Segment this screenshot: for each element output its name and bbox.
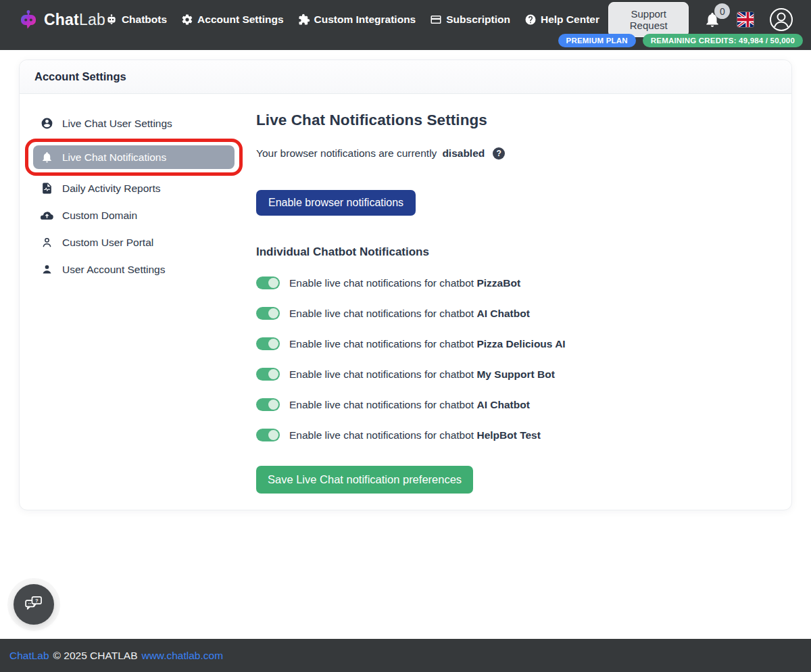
nav-label: Custom Integrations — [314, 14, 416, 26]
toggle-switch-on[interactable] — [256, 307, 280, 320]
toggle-row-pizza-delicious-ai: Enable live chat notifications for chatb… — [256, 337, 791, 350]
nav-label: Account Settings — [197, 14, 283, 26]
language-flag-uk[interactable] — [737, 12, 754, 27]
toggle-label: Enable live chat notifications for chatb… — [289, 429, 541, 441]
person-icon — [41, 263, 53, 276]
account-settings-card: Account Settings Live Chat User Settings… — [19, 59, 792, 510]
toggle-row-helpbot-test: Enable live chat notifications for chatb… — [256, 429, 791, 441]
brand-name: ChatLab — [44, 11, 105, 29]
status-text: Your browser notifications are currently — [256, 147, 437, 160]
question-circle-icon — [524, 14, 537, 26]
notifications-bell[interactable]: 0 — [704, 11, 721, 28]
notifications-settings-panel: Live Chat Notifications Settings Your br… — [243, 112, 791, 494]
remaining-credits-badge: REMAINING CREDITS: 49,984 / 50,000 — [643, 34, 803, 47]
sidebar-item-live-chat-user-settings[interactable]: Live Chat User Settings — [33, 112, 235, 135]
nav-label: Chatbots — [122, 14, 167, 26]
top-navigation-bar: ChatLab Chatbots Account Settings Custom… — [0, 0, 811, 50]
sidebar-item-custom-domain[interactable]: Custom Domain — [33, 203, 235, 227]
nav-custom-integrations[interactable]: Custom Integrations — [298, 14, 416, 26]
chatlab-logo[interactable]: ChatLab — [18, 9, 105, 30]
individual-chatbot-notifications-heading: Individual Chatbot Notifications — [256, 245, 791, 259]
toggle-row-ai-chatbot-1: Enable live chat notifications for chatb… — [256, 307, 791, 320]
nav-help-center[interactable]: Help Center — [524, 14, 599, 26]
toggle-label: Enable live chat notifications for chatb… — [289, 308, 530, 320]
toggle-label: Enable live chat notifications for chatb… — [289, 338, 566, 350]
page-footer: ChatLab © 2025 CHATLAB www.chatlab.com — [0, 639, 811, 672]
robot-icon — [105, 14, 118, 26]
sidebar-item-label: User Account Settings — [62, 264, 166, 276]
page-title: Live Chat Notifications Settings — [256, 112, 791, 129]
toggle-label: Enable live chat notifications for chatb… — [289, 368, 555, 381]
nav-chatbots[interactable]: Chatbots — [105, 14, 167, 26]
footer-site-link[interactable]: www.chatlab.com — [141, 650, 223, 662]
toggle-switch-on[interactable] — [256, 337, 280, 350]
enable-browser-notifications-button[interactable]: Enable browser notifications — [256, 190, 416, 216]
nav-label: Help Center — [541, 14, 599, 26]
support-request-button[interactable]: Support Request — [608, 2, 689, 37]
toggle-switch-on[interactable] — [256, 368, 280, 381]
puzzle-icon — [298, 14, 310, 26]
sidebar-item-daily-activity-reports[interactable]: Daily Activity Reports — [33, 176, 235, 200]
help-chat-widget-button[interactable]: ? — [14, 584, 54, 625]
toggle-row-ai-chatbot-2: Enable live chat notifications for chatb… — [256, 398, 791, 411]
sidebar-item-custom-user-portal[interactable]: Custom User Portal — [33, 231, 235, 254]
footer-copyright: © 2025 CHATLAB — [53, 650, 138, 662]
user-avatar[interactable] — [769, 7, 793, 32]
sidebar-item-label: Daily Activity Reports — [62, 183, 161, 195]
svg-text:?: ? — [35, 598, 39, 604]
gear-icon — [181, 14, 193, 26]
sidebar-item-label: Custom User Portal — [62, 237, 153, 249]
browser-notification-status: Your browser notifications are currently… — [256, 147, 791, 160]
report-icon — [41, 182, 53, 195]
credit-card-icon — [430, 14, 442, 26]
settings-sidebar: Live Chat User Settings Live Chat Notifi… — [33, 112, 243, 494]
sidebar-item-live-chat-notifications[interactable]: Live Chat Notifications — [33, 145, 235, 169]
toggle-label: Enable live chat notifications for chatb… — [289, 277, 520, 289]
card-title: Account Settings — [20, 60, 791, 94]
status-value: disabled — [442, 147, 485, 160]
toggle-switch-on[interactable] — [256, 398, 280, 411]
sidebar-item-user-account-settings[interactable]: User Account Settings — [33, 258, 235, 281]
person-outline-icon — [41, 236, 53, 249]
chatlab-robot-logo-icon — [18, 9, 39, 30]
help-icon[interactable]: ? — [493, 147, 505, 160]
person-circle-icon — [41, 117, 53, 130]
sidebar-item-label: Live Chat User Settings — [62, 118, 172, 130]
main-nav: Chatbots Account Settings Custom Integra… — [105, 14, 599, 26]
toggle-switch-on[interactable] — [256, 429, 280, 441]
red-highlight-annotation: Live Chat Notifications — [25, 139, 243, 176]
toggle-row-my-support-bot: Enable live chat notifications for chatb… — [256, 368, 791, 381]
nav-account-settings[interactable]: Account Settings — [181, 14, 283, 26]
sidebar-item-label: Live Chat Notifications — [62, 151, 166, 164]
toggle-switch-on[interactable] — [256, 277, 280, 289]
toggle-label: Enable live chat notifications for chatb… — [289, 399, 530, 411]
notification-count-badge: 0 — [714, 3, 730, 19]
premium-plan-badge: PREMIUM PLAN — [558, 34, 636, 47]
sidebar-item-label: Custom Domain — [62, 210, 137, 222]
nav-label: Subscription — [446, 14, 510, 26]
footer-brand-link[interactable]: ChatLab — [9, 650, 49, 662]
cloud-upload-icon — [41, 209, 53, 222]
bell-icon — [41, 151, 53, 164]
avatar-icon — [769, 7, 793, 32]
nav-subscription[interactable]: Subscription — [430, 14, 510, 26]
chat-bubbles-icon: ? — [22, 593, 45, 616]
toggle-row-pizzabot: Enable live chat notifications for chatb… — [256, 277, 791, 289]
save-preferences-button[interactable]: Save Live Chat notification preferences — [256, 466, 473, 494]
account-badges: PREMIUM PLAN REMAINING CREDITS: 49,984 /… — [558, 34, 803, 47]
